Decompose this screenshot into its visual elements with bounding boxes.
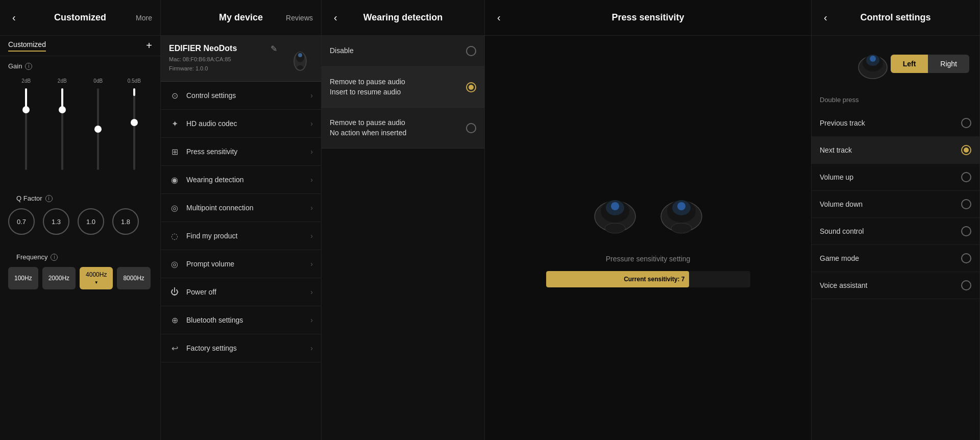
next-track-radio[interactable] <box>961 145 971 155</box>
eq-slider-4-label: 0.5dB <box>128 78 141 84</box>
menu-item-factory-settings[interactable]: ↩ Factory settings › <box>161 334 321 362</box>
control-option-sound-control[interactable]: Sound control <box>812 218 979 245</box>
double-press-label: Double press <box>812 92 979 110</box>
game-mode-radio[interactable] <box>961 253 971 263</box>
wearing-back-button[interactable]: ‹ <box>330 10 341 26</box>
q-knob-2[interactable]: 1.3 <box>43 208 69 235</box>
wearing-detection-chevron: › <box>310 176 313 184</box>
eq-sliders: .slider-wrapper { display: flex; flex-di… <box>0 72 160 184</box>
q-knob-4[interactable]: 1.8 <box>112 208 139 235</box>
sensitivity-track[interactable]: Current sensitivity: 7 <box>546 271 750 287</box>
sensitivity-fill: Current sensitivity: 7 <box>546 271 689 287</box>
svg-point-8 <box>605 223 625 233</box>
eq-slider-3[interactable]: 0dB <box>80 78 116 180</box>
menu-item-power-off[interactable]: ⏻ Power off › <box>161 278 321 306</box>
earbud-selector: Left Right <box>812 36 979 92</box>
q-knob-1[interactable]: 0.7 <box>8 208 35 235</box>
multipoint-icon: ◎ <box>169 202 180 213</box>
menu-label-power-off: Power off <box>186 288 304 296</box>
press-sensitivity-chevron: › <box>310 148 313 156</box>
left-earbud-large <box>587 188 643 234</box>
eq-add-button[interactable]: + <box>146 40 152 52</box>
previous-track-radio[interactable] <box>961 118 971 128</box>
control-option-voice-assistant[interactable]: Voice assistant <box>812 272 979 299</box>
option-remove-no-action-radio[interactable] <box>466 123 476 133</box>
menu-label-hd-audio: HD audio codec <box>186 119 304 128</box>
option-disable-label: Disable <box>330 46 460 56</box>
freq-btn-2000[interactable]: 2000Hz <box>42 267 76 289</box>
eq-slider-3-thumb[interactable] <box>94 126 102 133</box>
sensitivity-value-label: Current sensitivity: 7 <box>624 276 684 283</box>
menu-item-multipoint[interactable]: ◎ Multipoint connection › <box>161 194 321 222</box>
control-settings-chevron: › <box>310 91 313 100</box>
edit-icon[interactable]: ✎ <box>271 44 277 54</box>
voice-assistant-radio[interactable] <box>961 280 971 290</box>
q-factor-section: Q Factor i 0.7 1.3 1.0 1.8 <box>0 184 160 243</box>
option-disable[interactable]: Disable <box>322 36 484 67</box>
menu-label-bluetooth-settings: Bluetooth settings <box>186 316 304 324</box>
eq-slider-4-thumb[interactable] <box>131 119 138 126</box>
sound-control-label: Sound control <box>820 227 961 235</box>
option-remove-pause-radio[interactable] <box>466 82 476 92</box>
eq-slider-1[interactable]: 2dB <box>8 78 44 180</box>
eq-tab-customized[interactable]: Customized <box>8 40 46 52</box>
q-knob-3[interactable]: 1.0 <box>78 208 104 235</box>
eq-slider-2-thumb[interactable] <box>59 106 66 113</box>
menu-label-find-product: Find my product <box>186 232 304 240</box>
left-button[interactable]: Left <box>891 55 928 73</box>
eq-back-button[interactable]: ‹ <box>8 10 20 26</box>
q-info-icon[interactable]: i <box>45 195 53 202</box>
freq-btn-4000[interactable]: 4000Hz ▼ <box>80 267 113 289</box>
wearing-detection-panel: ‹ Wearing detection Disable Remove to pa… <box>322 0 485 440</box>
eq-slider-1-thumb[interactable] <box>22 106 30 113</box>
multipoint-chevron: › <box>310 204 313 212</box>
reviews-button[interactable]: Reviews <box>286 14 313 22</box>
control-back-button[interactable]: ‹ <box>820 10 831 26</box>
eq-tabs: Customized + <box>0 36 160 56</box>
gain-section: Gain i <box>0 56 160 72</box>
freq-btn-8000[interactable]: 8000Hz <box>117 267 150 289</box>
sensitivity-slider[interactable]: Current sensitivity: 7 <box>546 271 750 287</box>
device-earbuds-icon <box>287 46 313 71</box>
menu-item-wearing-detection[interactable]: ◉ Wearing detection › <box>161 166 321 194</box>
bluetooth-icon: ⊕ <box>169 314 180 326</box>
sensitivity-back-button[interactable]: ‹ <box>493 10 505 26</box>
option-remove-no-action[interactable]: Remove to pause audioNo action when inse… <box>322 108 484 149</box>
sensitivity-header: ‹ Press sensitivity <box>485 0 811 36</box>
sound-control-radio[interactable] <box>961 226 971 236</box>
control-option-volume-up[interactable]: Volume up <box>812 164 979 191</box>
menu-item-hd-audio[interactable]: ✦ HD audio codec › <box>161 110 321 138</box>
sensitivity-title: Press sensitivity <box>611 12 684 23</box>
freq-btn-100[interactable]: 100Hz <box>8 267 38 289</box>
menu-label-press-sensitivity: Press sensitivity <box>186 148 304 156</box>
menu-item-control-settings[interactable]: ⊙ Control settings › <box>161 82 321 110</box>
volume-up-radio[interactable] <box>961 172 971 182</box>
device-name: EDIFIER NeoDots <box>169 44 264 53</box>
menu-item-bluetooth-settings[interactable]: ⊕ Bluetooth settings › <box>161 306 321 334</box>
volume-down-radio[interactable] <box>961 199 971 209</box>
menu-label-multipoint: Multipoint connection <box>186 204 304 212</box>
option-remove-pause[interactable]: Remove to pause audioInsert to resume au… <box>322 67 484 108</box>
menu-item-find-product[interactable]: ◌ Find my product › <box>161 222 321 250</box>
right-button[interactable]: Right <box>928 55 969 73</box>
freq-info-icon[interactable]: i <box>51 254 58 261</box>
device-header: My device Reviews <box>161 0 321 36</box>
previous-track-label: Previous track <box>820 119 961 127</box>
device-firmware: Firmware: 1.0.0 <box>169 64 264 74</box>
wearing-title: Wearing detection <box>363 12 443 23</box>
hd-audio-chevron: › <box>310 119 313 128</box>
svg-point-7 <box>611 202 619 210</box>
option-disable-radio[interactable] <box>466 46 476 56</box>
eq-more-button[interactable]: More <box>136 14 152 22</box>
control-option-next-track[interactable]: Next track <box>812 137 979 164</box>
gain-info-icon[interactable]: i <box>25 63 32 70</box>
control-option-previous-track[interactable]: Previous track <box>812 110 979 137</box>
control-option-game-mode[interactable]: Game mode <box>812 245 979 272</box>
eq-slider-2[interactable]: 2dB <box>44 78 81 180</box>
menu-item-press-sensitivity[interactable]: ⊞ Press sensitivity › <box>161 138 321 166</box>
press-sensitivity-icon: ⊞ <box>169 146 180 157</box>
control-option-volume-down[interactable]: Volume down <box>812 191 979 218</box>
menu-item-prompt-volume[interactable]: ◎ Prompt volume › <box>161 250 321 278</box>
device-menu-list: ⊙ Control settings › ✦ HD audio codec › … <box>161 82 321 440</box>
eq-slider-4[interactable]: 0.5dB <box>116 78 153 180</box>
